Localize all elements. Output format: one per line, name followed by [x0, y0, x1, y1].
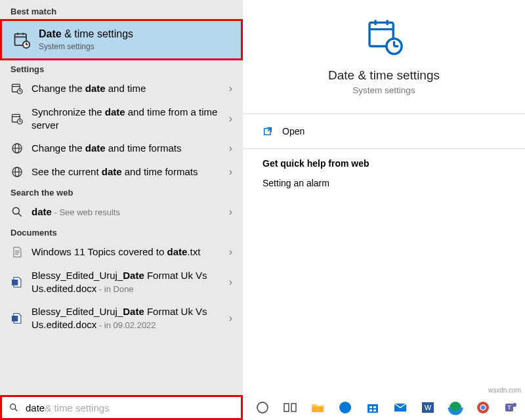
word-file-icon: W	[10, 276, 24, 289]
settings-result[interactable]: Change the date and time ›	[0, 77, 243, 100]
edge-legacy-icon[interactable]	[337, 400, 353, 415]
globe-icon	[10, 165, 24, 178]
chevron-right-icon: ›	[229, 142, 232, 154]
edge-icon[interactable]	[448, 400, 463, 415]
document-result[interactable]: W Blessy_Edited_Uruj_Date Format Uk Vs U…	[0, 264, 243, 300]
settings-result[interactable]: See the current date and time formats ›	[0, 160, 243, 184]
calendar-clock-icon	[364, 16, 404, 56]
chevron-right-icon: ›	[229, 312, 232, 324]
open-label: Open	[282, 126, 304, 136]
chevron-right-icon: ›	[229, 166, 232, 178]
calendar-clock-icon	[12, 31, 31, 49]
svg-rect-51	[369, 410, 372, 411]
svg-line-42	[15, 409, 18, 411]
svg-point-23	[12, 207, 19, 214]
search-icon	[9, 402, 19, 413]
svg-line-24	[18, 213, 22, 217]
task-view-icon[interactable]	[282, 400, 298, 415]
open-icon	[262, 126, 273, 136]
svg-text:W: W	[13, 317, 17, 321]
svg-rect-44	[284, 404, 289, 411]
calendar-clock-icon	[10, 82, 24, 95]
teams-icon[interactable]: T	[503, 400, 518, 415]
mail-icon[interactable]	[392, 400, 408, 415]
result-label: Blessy_Edited_Uruj_Date Format Uk Vs Us.…	[32, 305, 224, 331]
taskbar: date & time settings W T	[0, 395, 525, 420]
best-match-title: Date & time settings	[39, 28, 133, 41]
open-action[interactable]: Open	[243, 114, 525, 148]
cortana-icon[interactable]	[255, 400, 270, 415]
chevron-right-icon: ›	[229, 206, 232, 218]
help-header: Get quick help from web	[243, 149, 389, 175]
best-match-result[interactable]: Date & time settings System settings	[0, 19, 243, 60]
result-label: Change the date and time formats	[32, 142, 224, 155]
word-icon[interactable]: W	[420, 400, 436, 415]
settings-result[interactable]: Change the date and time formats ›	[0, 136, 243, 160]
result-label: Windows 11 Topics covered to date.txt	[32, 245, 224, 259]
watermark: wsxdn.com	[488, 387, 521, 394]
svg-rect-49	[369, 406, 372, 408]
search-results-panel: Best match Date & time settings System s…	[0, 0, 243, 395]
help-link-alarm[interactable]: Setting an alarm	[243, 175, 349, 191]
chevron-right-icon: ›	[229, 276, 232, 288]
svg-rect-48	[368, 404, 378, 413]
best-match-subtitle: System settings	[39, 42, 133, 52]
document-result[interactable]: Windows 11 Topics covered to date.txt ›	[0, 240, 243, 264]
svg-point-63	[513, 403, 516, 407]
web-result[interactable]: date - See web results ›	[0, 200, 243, 224]
search-web-header: Search the web	[0, 184, 243, 200]
svg-point-41	[10, 404, 16, 410]
search-ghost-text: & time settings	[45, 402, 109, 413]
settings-header: Settings	[0, 60, 243, 77]
word-file-icon: W	[10, 312, 24, 325]
svg-rect-46	[312, 407, 324, 412]
result-label: date - See web results	[32, 205, 224, 219]
best-match-header: Best match	[0, 3, 243, 19]
calendar-clock-icon	[10, 112, 24, 125]
documents-header: Documents	[0, 224, 243, 240]
document-result[interactable]: W Blessy_Edited_Uruj_Date Format Uk Vs U…	[0, 300, 243, 336]
preview-subtitle: System settings	[352, 85, 415, 95]
text-file-icon	[10, 245, 24, 259]
search-icon	[10, 205, 24, 219]
preview-title: Date & time settings	[328, 68, 440, 83]
svg-text:W: W	[425, 404, 432, 411]
result-label: Blessy_Edited_Uruj_Date Format Uk Vs Us.…	[32, 269, 224, 295]
search-typed-text: date	[26, 402, 45, 413]
svg-text:W: W	[13, 280, 17, 284]
svg-text:T: T	[507, 404, 511, 411]
result-label: Change the date and time	[32, 82, 224, 95]
result-label: See the current date and time formats	[32, 165, 224, 178]
chevron-right-icon: ›	[229, 83, 232, 94]
chevron-right-icon: ›	[229, 246, 232, 258]
search-box[interactable]: date & time settings	[0, 395, 243, 420]
globe-icon	[10, 142, 24, 155]
preview-panel: Date & time settings System settings Ope…	[243, 0, 525, 395]
svg-rect-45	[291, 404, 296, 411]
file-explorer-icon[interactable]	[310, 400, 326, 415]
svg-rect-50	[373, 406, 376, 408]
result-label: Synchronize the date and time from a tim…	[32, 106, 224, 131]
svg-point-47	[339, 402, 351, 413]
svg-rect-52	[373, 410, 376, 411]
chevron-right-icon: ›	[229, 113, 232, 125]
store-icon[interactable]	[365, 400, 381, 415]
svg-point-43	[257, 402, 268, 413]
chrome-icon[interactable]	[475, 400, 491, 415]
settings-result[interactable]: Synchronize the date and time from a tim…	[0, 100, 243, 136]
